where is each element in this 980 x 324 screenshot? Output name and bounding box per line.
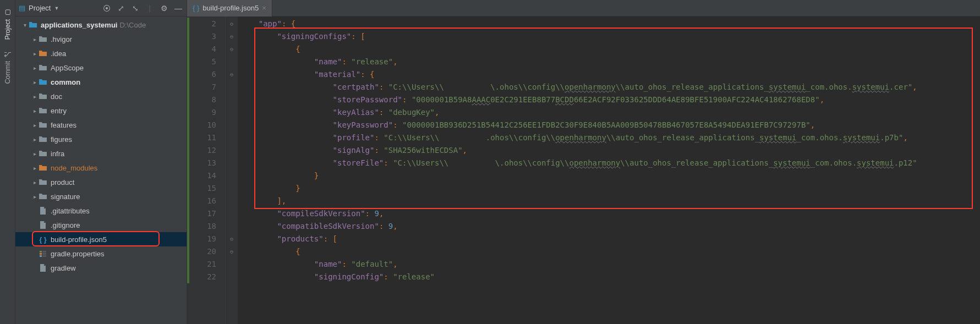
tree-item[interactable]: signature [15, 189, 187, 204]
code-line[interactable]: "certpath": "C:\\Users\\ \.ohos\\config\… [240, 81, 980, 94]
fold-marker[interactable]: ⊖ [226, 68, 238, 81]
chevron-right-icon[interactable] [31, 36, 39, 42]
code-line[interactable]: "compatibleSdkVersion": 9, [240, 220, 980, 233]
fold-marker[interactable] [226, 195, 238, 207]
code-line[interactable]: "name": "release", [240, 56, 980, 68]
expand-all-icon[interactable]: ⤢ [116, 3, 126, 13]
code-line[interactable]: } [240, 182, 980, 195]
tree-item[interactable]: .gitignore [15, 218, 187, 232]
fold-marker[interactable] [226, 220, 238, 233]
code-line[interactable]: { [240, 43, 980, 56]
code-line[interactable]: "signingConfigs": [ [240, 30, 980, 43]
code-line[interactable]: "products": [ [240, 233, 980, 245]
tree-item[interactable]: infra [15, 146, 187, 161]
target-icon[interactable]: ⦿ [102, 3, 112, 13]
fold-marker[interactable]: ⊖ [226, 233, 238, 245]
fold-marker[interactable] [226, 106, 238, 119]
fold-marker[interactable] [226, 131, 238, 144]
fold-marker[interactable] [226, 169, 238, 182]
project-title[interactable]: ▤ Project ▼ [19, 4, 59, 12]
tree-item[interactable]: AppScope [15, 61, 187, 75]
chevron-right-icon[interactable] [31, 94, 39, 100]
chevron-right-icon[interactable] [31, 165, 39, 171]
chevron-right-icon[interactable] [31, 79, 39, 85]
tool-tab-project[interactable]: Project ▢ [2, 3, 14, 45]
chevron-right-icon[interactable] [31, 151, 39, 157]
tree-item[interactable]: features [15, 118, 187, 132]
fold-marker[interactable]: ⊖ [226, 18, 238, 30]
tree-item[interactable]: figures [15, 132, 187, 146]
project-icon: ▤ [19, 4, 25, 12]
tree-label: infra [51, 150, 64, 158]
tree-label: applications_systemui [41, 21, 117, 29]
fold-marker[interactable] [226, 144, 238, 157]
editor-body[interactable]: 2345678910111213141516171819202122 ⊖⊖⊖⊖⊖… [187, 17, 980, 324]
tree-item[interactable]: gradlew [15, 261, 187, 275]
tree-item[interactable]: common [15, 75, 187, 89]
tree-item[interactable]: gradle.properties [15, 246, 187, 261]
code-line[interactable]: { [240, 245, 980, 258]
tree-label: .gitignore [51, 221, 80, 229]
editor-tab[interactable]: { } build-profile.json5 × [187, 0, 272, 17]
gear-icon[interactable]: ⚙ [159, 3, 169, 13]
chevron-down-icon[interactable] [21, 22, 29, 28]
vcs-change-stripe [187, 18, 189, 283]
fold-marker[interactable] [226, 94, 238, 106]
fold-marker[interactable]: ⊖ [226, 43, 238, 56]
tree-item[interactable]: doc [15, 89, 187, 103]
tree-item[interactable]: entry [15, 103, 187, 118]
tree-root[interactable]: applications_systemuiD:\Code [15, 18, 187, 32]
tree-label: signature [51, 193, 80, 201]
fold-marker[interactable] [226, 258, 238, 271]
tree-item[interactable]: .hvigor [15, 32, 187, 46]
code-line[interactable]: "name": "default", [240, 258, 980, 271]
tree-label: gradlew [51, 264, 76, 272]
line-number: 4 [187, 43, 216, 56]
chevron-right-icon[interactable] [31, 108, 39, 114]
code-line[interactable]: "storeFile": "C:\\Users\\ \.ohos\\config… [240, 157, 980, 169]
fold-marker[interactable]: ⊖ [226, 30, 238, 43]
code-line[interactable]: "app": { [240, 18, 980, 30]
hide-icon[interactable]: — [173, 3, 183, 13]
line-number: 13 [187, 157, 216, 169]
fold-column[interactable]: ⊖⊖⊖⊖⊖⊖ [226, 17, 238, 324]
chevron-right-icon[interactable] [31, 51, 39, 57]
chevron-right-icon[interactable] [31, 194, 39, 200]
code-line[interactable]: "signingConfig": "release" [240, 271, 980, 283]
code-area[interactable]: "app": { "signingConfigs": [ { "name": "… [238, 17, 980, 324]
tree-label: common [51, 78, 80, 86]
code-line[interactable]: "signAlg": "SHA256withECDSA", [240, 144, 980, 157]
fold-marker[interactable] [226, 157, 238, 169]
line-number: 7 [187, 81, 216, 94]
fold-marker[interactable]: ⊖ [226, 245, 238, 258]
code-line[interactable]: "material": { [240, 68, 980, 81]
code-line[interactable]: "profile": "C:\\Users\\ .ohos\\config\\o… [240, 131, 980, 144]
fold-marker[interactable] [226, 119, 238, 131]
tree-label: figures [51, 135, 72, 144]
fold-marker[interactable] [226, 207, 238, 220]
tool-tab-commit[interactable]: Commit ⎇ [2, 45, 14, 89]
code-line[interactable]: "storePassword": "0000001B59A8AAAC0E2C29… [240, 94, 980, 106]
chevron-right-icon[interactable] [31, 65, 39, 71]
tree-item[interactable]: .gitattributes [15, 204, 187, 218]
chevron-right-icon[interactable] [31, 122, 39, 128]
code-line[interactable]: "compileSdkVersion": 9, [240, 207, 980, 220]
code-line[interactable]: "keyAlias": "debugKey", [240, 106, 980, 119]
tree-item[interactable]: node_modules [15, 161, 187, 175]
fold-marker[interactable] [226, 56, 238, 68]
close-icon[interactable]: × [262, 4, 266, 12]
fold-marker[interactable] [226, 271, 238, 283]
folder-module-icon [39, 78, 47, 86]
tree-item[interactable]: product [15, 175, 187, 189]
tree-item[interactable]: .idea [15, 46, 187, 61]
fold-marker[interactable] [226, 182, 238, 195]
code-line[interactable]: "keyPassword": "0000001BB936D251B54412C2… [240, 119, 980, 131]
fold-marker[interactable] [226, 81, 238, 94]
code-line[interactable]: ], [240, 195, 980, 207]
project-tree[interactable]: applications_systemuiD:\Code.hvigor.idea… [15, 17, 187, 324]
code-line[interactable]: } [240, 169, 980, 182]
chevron-right-icon[interactable] [31, 179, 39, 185]
collapse-all-icon[interactable]: ⤡ [130, 3, 140, 13]
tree-item[interactable]: { }build-profile.json5 [15, 232, 187, 246]
chevron-right-icon[interactable] [31, 136, 39, 142]
